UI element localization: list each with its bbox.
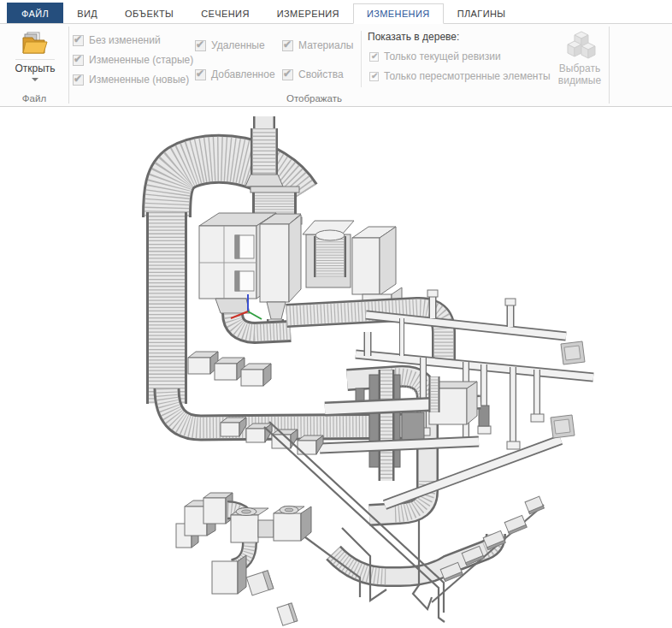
group-label-file: Файл: [0, 93, 68, 104]
checkbox-reviewed-elements-only[interactable]: ✔ Только пересмотренные элементы: [369, 70, 551, 82]
checkbox-added[interactable]: ✔ Добавленное: [195, 68, 275, 80]
tab-view[interactable]: ВИД: [63, 3, 111, 23]
floor-unit-cluster: [176, 493, 311, 625]
app-window: { "colors": { "file_tab_blue": "#254e7d"…: [0, 0, 672, 628]
ribbon-tab-bar: ФАЙЛ ВИД ОБЪЕКТЫ СЕЧЕНИЯ ИЗМЕРЕНИЯ ИЗМЕН…: [0, 0, 672, 24]
group-separator: [68, 27, 69, 104]
checkbox-icon[interactable]: ✔: [73, 55, 84, 66]
select-visible-label-line2: видимые: [558, 74, 601, 86]
tab-objects[interactable]: ОБЪЕКТЫ: [111, 3, 187, 23]
ribbon-content: Открыть Файл ✔ Без изменений ✔ Измененны…: [0, 24, 672, 107]
checkbox-icon[interactable]: ✔: [369, 72, 379, 81]
checkbox-icon[interactable]: ✔: [195, 69, 206, 80]
checkbox-icon[interactable]: ✔: [282, 40, 293, 51]
checkbox-icon[interactable]: ✔: [195, 40, 206, 51]
open-button[interactable]: Открыть: [7, 27, 63, 103]
select-visible-label-line1: Выбрать: [558, 62, 601, 74]
checkbox-no-changes[interactable]: ✔ Без изменений: [73, 34, 161, 46]
checkbox-icon[interactable]: ✔: [73, 74, 84, 86]
ceiling-diffusers: [551, 341, 585, 438]
checkbox-changed-new[interactable]: ✔ Измененные (новые): [73, 74, 189, 86]
open-dropdown-caret-icon[interactable]: [32, 78, 38, 81]
tab-measurements[interactable]: ИЗМЕРЕНИЯ: [263, 3, 353, 23]
subgroup-separator: [361, 31, 362, 87]
hvac-3d-model: [0, 108, 672, 628]
cubes-icon: [563, 30, 597, 61]
checkbox-icon[interactable]: ✔: [73, 35, 84, 46]
checkbox-icon[interactable]: ✔: [369, 52, 379, 62]
checkbox-properties[interactable]: ✔ Свойства: [282, 68, 344, 80]
checkbox-deleted[interactable]: ✔ Удаленные: [195, 39, 265, 51]
radiator-panels: [440, 496, 544, 581]
tree-panel-title: Показать в дереве:: [368, 31, 459, 43]
tab-plugins[interactable]: ПЛАГИНЫ: [444, 3, 520, 23]
open-button-label: Открыть: [15, 62, 55, 74]
open-folder-icon: [21, 31, 50, 56]
open-button-divider: [15, 59, 55, 60]
group-label-display: Отображать: [68, 93, 560, 104]
checkbox-current-revision-only[interactable]: ✔ Только текущей ревизии: [369, 50, 501, 62]
select-visible-button[interactable]: Выбрать видимые: [552, 27, 607, 103]
group-separator: [609, 27, 610, 104]
checkbox-changed-old[interactable]: ✔ Измененные (старые): [73, 54, 193, 66]
checkbox-materials[interactable]: ✔ Материалы: [282, 39, 353, 51]
checkbox-icon[interactable]: ✔: [282, 69, 293, 80]
tab-sections[interactable]: СЕЧЕНИЯ: [187, 3, 263, 23]
tab-changes[interactable]: ИЗМЕНЕНИЯ: [353, 3, 444, 24]
tab-file[interactable]: ФАЙЛ: [7, 3, 63, 23]
viewport-3d[interactable]: [0, 108, 672, 628]
